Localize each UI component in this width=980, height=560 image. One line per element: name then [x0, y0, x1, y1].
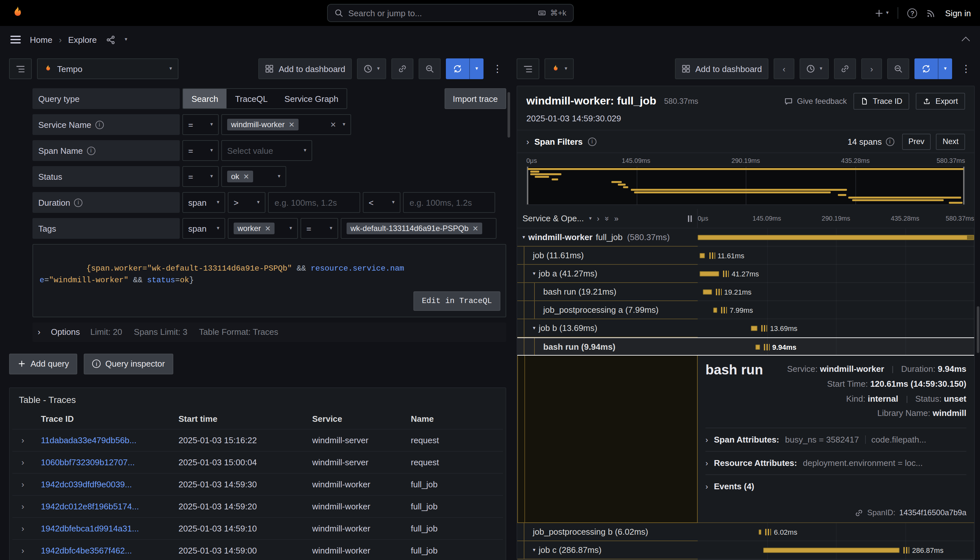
duration-max-input[interactable]: e.g. 100ms, 1.2s [403, 192, 495, 213]
breadcrumb-home[interactable]: Home [30, 35, 52, 45]
span-name-value-select[interactable]: Select value▾ [221, 140, 312, 161]
run-query-button[interactable]: ▾ [446, 58, 483, 79]
span-name-cell[interactable]: ▾windmill-workerfull_job(580.37ms) [517, 228, 698, 247]
span-row[interactable]: job_postprocessing a (7.99ms)7.99ms [517, 301, 974, 319]
span-row[interactable]: ▾job a (41.27ms)41.27ms [517, 265, 974, 283]
span-track[interactable]: 41.27ms [698, 265, 974, 283]
span-name-cell[interactable]: job (11.61ms) [517, 247, 698, 265]
row-expander-icon[interactable]: › [12, 540, 36, 560]
table-header-name[interactable]: Name [406, 410, 503, 429]
search-input[interactable]: Search or jump to... ⌘+k [327, 4, 573, 22]
span-bar[interactable] [700, 253, 705, 258]
breadcrumb-explore[interactable]: Explore [68, 35, 97, 45]
menu-toggle-icon[interactable] [10, 36, 21, 43]
scrollbar-thumb[interactable] [977, 306, 979, 353]
time-shift-forward-button[interactable]: › [861, 58, 882, 79]
double-chevron-down-icon[interactable]: » [603, 216, 611, 220]
more-options-icon[interactable]: ⋮ [957, 63, 975, 75]
table-header-trace-id[interactable]: Trace ID [36, 410, 173, 429]
trace-id-link[interactable]: 1942dc012e8f196b5174... [41, 502, 139, 511]
tags-value-select[interactable]: wk-default-133114d6a91e-PSPQb✕ [341, 218, 497, 239]
grafana-logo[interactable] [9, 5, 26, 22]
span-bar[interactable] [698, 235, 974, 240]
scrollbar-thumb[interactable] [508, 92, 510, 138]
resource-attributes-accordion[interactable]: › Resource Attributes: deployment.enviro… [705, 451, 967, 474]
span-name-cell[interactable]: job_postprocessing a (7.99ms) [517, 301, 698, 319]
give-feedback-button[interactable]: Give feedback [784, 97, 847, 106]
row-expander-icon[interactable]: › [12, 429, 36, 451]
pause-icon[interactable] [688, 215, 692, 222]
span-bar[interactable] [751, 326, 757, 331]
duration-gt-select[interactable]: >▾ [228, 192, 265, 213]
span-track[interactable]: 286.87ms [698, 541, 974, 559]
service-operation-column-select[interactable]: Service & Ope... [522, 213, 584, 223]
status-value-select[interactable]: ok✕ ▾ [221, 166, 286, 187]
row-expander-icon[interactable]: › [12, 473, 36, 495]
span-row[interactable]: job_postprocessing b (6.02ms)6.02ms [517, 523, 974, 541]
chevron-down-icon[interactable]: ▾ [125, 37, 127, 42]
next-span-button[interactable]: Next [936, 133, 965, 150]
link-icon[interactable] [855, 508, 863, 517]
time-picker-button[interactable]: ▾ [357, 58, 386, 79]
span-track[interactable]: 6.02ms [698, 523, 974, 541]
span-name-cell[interactable]: ▾job a (41.27ms) [517, 265, 698, 283]
span-track[interactable]: 13.69ms [698, 319, 974, 337]
service-name-value-select[interactable]: windmill-worker✕ ✕ ▾ [221, 114, 351, 135]
span-name-cell[interactable]: bash run (9.94ms) [517, 338, 698, 355]
collapse-panel-icon[interactable] [962, 36, 970, 45]
remove-icon[interactable]: ✕ [243, 172, 249, 181]
share-icon[interactable] [106, 35, 115, 45]
span-name-cell[interactable]: ▾job b (13.69ms) [517, 319, 698, 337]
query-options-row[interactable]: › Options Limit: 20Spans Limit: 3Table F… [32, 323, 506, 342]
table-row[interactable]: ›1942dbfc4be3567f462...2025-01-03 14:59:… [12, 540, 503, 560]
trace-id-link[interactable]: 1942dbfebca1d9914a31... [41, 524, 139, 533]
span-bar[interactable] [703, 289, 712, 295]
chevron-down-icon[interactable]: ▾ [533, 547, 535, 553]
time-picker-button[interactable]: ▾ [800, 58, 829, 79]
zoom-out-button[interactable] [887, 58, 909, 79]
double-chevron-right-icon[interactable]: » [614, 215, 618, 222]
span-attributes-accordion[interactable]: › Span Attributes: busy_ns = 3582417 cod… [705, 428, 967, 451]
viewport-handle-left[interactable] [527, 167, 528, 204]
span-row[interactable]: ▾job b (13.69ms)13.69ms [517, 319, 974, 337]
span-name-cell[interactable]: job_postprocessing b (6.02ms) [517, 523, 698, 541]
more-options-icon[interactable]: ⋮ [489, 63, 506, 75]
chevron-down-icon[interactable]: ▾ [589, 216, 592, 221]
help-icon[interactable]: ? [908, 8, 917, 18]
row-expander-icon[interactable]: › [12, 451, 36, 473]
row-expander-icon[interactable]: › [12, 495, 36, 517]
edit-in-traceql-button[interactable]: Edit in TraceQL [413, 292, 500, 311]
time-shift-back-button[interactable]: ‹ [773, 58, 794, 79]
span-track[interactable]: 19.21ms [698, 283, 974, 301]
tags-scope-select[interactable]: span▾ [182, 218, 225, 239]
new-menu-button[interactable]: ▾ [875, 8, 889, 18]
clear-icon[interactable]: ✕ [330, 120, 336, 129]
span-name-cell[interactable]: bash run (19.21ms) [517, 283, 698, 301]
events-accordion[interactable]: › Events (4) [705, 474, 967, 498]
zoom-out-button[interactable] [418, 58, 441, 79]
duration-lt-select[interactable]: <▾ [363, 192, 400, 213]
query-outline-button[interactable] [9, 58, 32, 79]
query-outline-button[interactable] [517, 58, 539, 79]
span-row[interactable]: bash run (9.94ms)9.94ms [517, 337, 974, 356]
remove-icon[interactable]: ✕ [265, 224, 271, 233]
span-row[interactable]: bash run (19.21ms)19.21ms [517, 283, 974, 301]
export-button[interactable]: Export [916, 93, 965, 110]
row-expander-icon[interactable]: › [12, 517, 36, 540]
span-name-cell[interactable]: ▾job c (286.87ms) [517, 541, 698, 559]
span-track[interactable]: 11.61ms [698, 247, 974, 265]
span-track[interactable] [698, 228, 974, 247]
chevron-right-icon[interactable]: › [597, 215, 599, 222]
span-track[interactable]: 9.94ms [698, 338, 974, 355]
status-operator-select[interactable]: =▾ [182, 166, 219, 187]
trace-id-button[interactable]: Trace ID [853, 93, 910, 110]
trace-id-link[interactable]: 11dabada33e479db56b... [41, 435, 137, 445]
span-row[interactable]: ▾windmill-workerfull_job(580.37ms) [517, 228, 974, 247]
add-to-dashboard-button[interactable]: Add to dashboard [675, 58, 768, 79]
table-row[interactable]: ›1942dbfebca1d9914a31...2025-01-03 14:59… [12, 517, 503, 540]
service-name-operator-select[interactable]: =▾ [182, 114, 219, 135]
minimap-canvas[interactable] [526, 166, 965, 205]
chevron-down-icon[interactable]: ▾ [522, 234, 525, 240]
query-type-radio-service-graph[interactable]: Service Graph [276, 89, 347, 108]
chevron-right-icon[interactable]: › [526, 137, 529, 146]
